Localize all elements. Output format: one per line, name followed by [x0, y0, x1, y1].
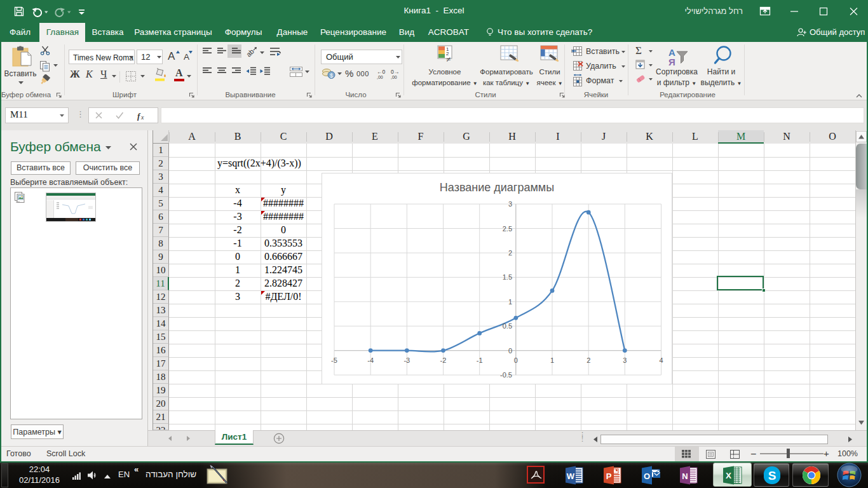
- svg-text:4: 4: [659, 356, 663, 364]
- svg-text:,00: ,00: [377, 75, 383, 79]
- svg-text:W: W: [567, 471, 575, 481]
- svg-text:1: 1: [508, 298, 512, 306]
- svg-text:3: 3: [623, 356, 627, 364]
- svg-text:1.5: 1.5: [503, 273, 512, 281]
- svg-text:N: N: [682, 471, 688, 481]
- svg-text:-3: -3: [403, 356, 410, 364]
- svg-text:A: A: [168, 50, 175, 62]
- svg-text:←0: ←0: [377, 69, 386, 75]
- svg-text:2.5: 2.5: [503, 225, 512, 233]
- svg-text:x: x: [140, 114, 144, 121]
- svg-text:A: A: [184, 52, 189, 62]
- svg-text:O: O: [644, 471, 650, 481]
- svg-text:$: $: [330, 72, 333, 79]
- svg-text:P: P: [606, 471, 612, 481]
- svg-text:-2: -2: [440, 356, 447, 364]
- svg-text:0: 0: [514, 356, 518, 364]
- svg-text:Я: Я: [668, 57, 675, 67]
- svg-text:-0.5: -0.5: [500, 371, 512, 379]
- svg-text:0→: 0→: [391, 69, 399, 75]
- svg-text:3: 3: [508, 200, 512, 208]
- svg-text:≠: ≠: [446, 55, 451, 63]
- svg-text:2: 2: [508, 249, 512, 257]
- svg-text:-4: -4: [367, 356, 374, 364]
- svg-text:-1: -1: [477, 356, 483, 364]
- svg-text:X: X: [726, 471, 731, 480]
- svg-text:ab: ab: [245, 48, 255, 58]
- svg-text:0.5: 0.5: [503, 322, 512, 330]
- svg-text:0: 0: [508, 347, 512, 355]
- svg-text:1: 1: [550, 356, 554, 364]
- svg-text:Название диаграммы: Название диаграммы: [440, 181, 554, 194]
- svg-text:2: 2: [587, 356, 590, 364]
- svg-text:S: S: [768, 469, 776, 482]
- svg-text:,00: ,00: [391, 75, 397, 79]
- svg-text:-5: -5: [331, 356, 337, 364]
